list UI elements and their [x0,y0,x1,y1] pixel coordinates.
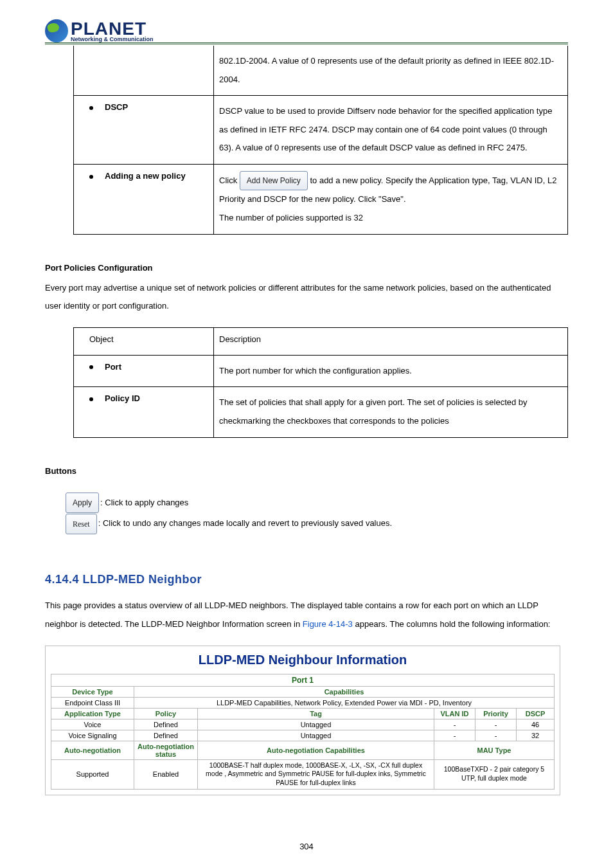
cell-priority: - [475,730,517,741]
section-lldp-med-heading: 4.14.4 LLDP-MED Neighbor [45,573,568,586]
apply-desc: : Click to apply changes [100,498,188,507]
row-dscp-label: DSCP [105,102,128,112]
cell-vlan: - [434,730,475,741]
autoneg-status-val: Enabled [134,759,198,789]
cell-priority: - [475,719,517,730]
neigh-title: LLDP-MED Neighbour Information [51,653,555,667]
cell-vlan: - [434,719,475,730]
h-mau: MAU Type [434,741,555,759]
port-policies-table: Object Description Port The port number … [73,327,568,438]
h-autoneg-status: Auto-negotiation status [134,741,198,759]
cell-tag: Untagged [198,730,434,741]
h-priority: Priority [475,708,517,719]
table-row: Voice Defined Untagged - - 46 [51,719,555,730]
logo-tagline: Networking & Communication [71,37,154,42]
buttons-heading: Buttons [45,466,568,476]
h-policy: Policy [134,708,198,719]
t2-row-port-desc: The port number for which the configurat… [214,355,568,387]
h-autoneg-caps: Auto-negotiation Capabilities [198,741,434,759]
t2-header-description: Description [214,327,568,355]
h-capabilities: Capabilities [134,686,555,697]
autoneg-val: Supported [51,759,134,789]
device-type-val: Endpoint Class III [51,697,134,708]
logo: PLANET Networking & Communication [45,19,568,44]
cell-apptype: Voice [51,719,134,730]
reset-button[interactable]: Reset [66,514,97,535]
t2-row-port-label: Port [105,362,121,372]
row-priority-desc: 802.1D-2004. A value of 0 represents use… [214,46,568,96]
bullet-icon [89,365,93,369]
cell-policy: Defined [134,730,198,741]
bullet-icon [89,397,93,401]
h-dscp: DSCP [517,708,555,719]
t2-header-object: Object [74,327,214,355]
page-number: 304 [0,842,613,851]
mau-val: 100BaseTXFD - 2 pair category 5 UTP, ful… [434,759,555,789]
neigh-port: Port 1 [51,674,555,686]
port-policies-intro: Every port may advertise a unique set of… [45,279,568,316]
t2-row-policyid-desc: The set of policies that shall apply for… [214,387,568,437]
row-dscp-desc: DSCP value to be used to provide Diffser… [214,96,568,165]
h-apptype: Application Type [51,708,134,719]
h-vlan: VLAN ID [434,708,475,719]
policy-count-text: The number of policies supported is 32 [219,213,363,222]
port-policies-heading: Port Policies Configuration [45,263,568,273]
cell-dscp: 32 [517,730,555,741]
capabilities-val: LLDP-MED Capabilities, Network Policy, E… [134,697,555,708]
h-tag: Tag [198,708,434,719]
header-divider [45,42,568,44]
lldp-med-neighbour-panel: LLDP-MED Neighbour Information Port 1 De… [45,646,560,795]
bullet-icon [89,175,93,179]
h-device-type: Device Type [51,686,134,697]
cell-apptype: Voice Signaling [51,730,134,741]
h-autoneg: Auto-negotiation [51,741,134,759]
t2-row-policyid-label: Policy ID [105,393,140,403]
row-addpolicy-label: Adding a new policy [105,171,186,181]
reset-desc: : Click to undo any changes made locally… [98,518,392,528]
figure-link[interactable]: Figure 4-14-3 [303,619,353,629]
policy-definition-table: 802.1D-2004. A value of 0 represents use… [73,46,568,235]
click-text: Click [219,176,240,185]
cell-tag: Untagged [198,719,434,730]
add-new-policy-button[interactable]: Add New Policy [240,171,308,190]
bullet-icon [89,106,93,110]
lldp-med-neighbour-table: Port 1 Device Type Capabilities Endpoint… [51,674,555,790]
logo-brand: PLANET [71,20,154,38]
apply-button[interactable]: Apply [66,493,99,514]
section-intro-b: appears. The columns hold the following … [355,619,550,629]
table-row: Voice Signaling Defined Untagged - - 32 [51,730,555,741]
planet-globe-icon [45,19,68,42]
autoneg-caps-val: 1000BASE-T half duplex mode, 1000BASE-X,… [198,759,434,789]
cell-policy: Defined [134,719,198,730]
cell-dscp: 46 [517,719,555,730]
